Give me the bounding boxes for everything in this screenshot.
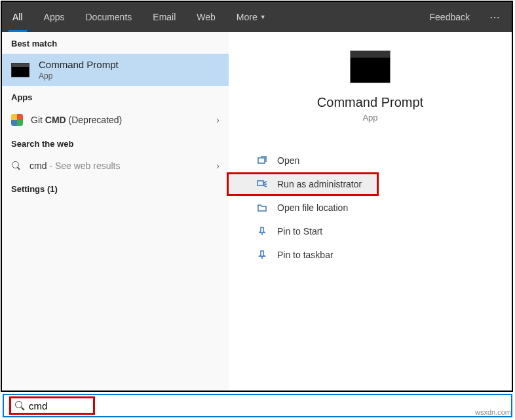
best-match-item[interactable]: Command Prompt App — [2, 54, 229, 86]
svg-rect-1 — [258, 181, 263, 185]
preview-pane: Command Prompt App Open Run as administr… — [229, 32, 512, 391]
feedback-link[interactable]: Feedback — [421, 2, 479, 32]
more-options-button[interactable]: ⋯ — [479, 2, 512, 32]
folder-icon — [256, 202, 268, 214]
tab-more[interactable]: More▼ — [226, 2, 277, 32]
apps-header: Apps — [2, 86, 229, 107]
action-label: Open file location — [277, 202, 348, 213]
search-window: All Apps Documents Email Web More▼ Feedb… — [1, 1, 513, 392]
search-highlight — [9, 396, 95, 415]
tab-all[interactable]: All — [2, 2, 33, 32]
action-label: Run as administrator — [277, 179, 362, 189]
action-pin-to-taskbar[interactable]: Pin to taskbar — [229, 243, 512, 267]
action-label: Pin to Start — [277, 226, 322, 237]
app-result-label: Git CMD (Deprecated) — [31, 115, 122, 125]
svg-rect-0 — [258, 158, 265, 163]
best-match-subtitle: App — [39, 71, 119, 81]
action-pin-to-start[interactable]: Pin to Start — [229, 220, 512, 243]
tab-more-label: More — [237, 12, 258, 22]
pin-icon — [256, 249, 268, 261]
best-match-header: Best match — [2, 32, 229, 54]
watermark: wsxdn.com — [475, 408, 511, 416]
web-result-label: cmd - See web results — [29, 161, 121, 171]
tab-web[interactable]: Web — [186, 2, 226, 32]
pin-icon — [256, 225, 268, 237]
action-label: Pin to taskbar — [277, 250, 334, 260]
best-match-title: Command Prompt — [39, 59, 119, 70]
action-open[interactable]: Open — [229, 149, 512, 172]
action-run-as-administrator[interactable]: Run as administrator — [227, 172, 379, 196]
command-prompt-icon — [11, 63, 29, 77]
preview-title: Command Prompt — [317, 95, 423, 110]
chevron-right-icon: › — [216, 161, 219, 171]
chevron-down-icon: ▼ — [260, 14, 266, 20]
search-bar[interactable] — [3, 394, 512, 417]
app-result-git-cmd[interactable]: Git CMD (Deprecated) › — [2, 107, 229, 132]
best-match-info: Command Prompt App — [39, 59, 119, 81]
web-result-cmd[interactable]: cmd - See web results › — [2, 154, 229, 178]
tab-email[interactable]: Email — [142, 2, 186, 32]
search-icon — [15, 401, 25, 411]
tab-apps[interactable]: Apps — [33, 2, 75, 32]
preview-subtitle: App — [362, 113, 377, 123]
action-open-file-location[interactable]: Open file location — [229, 196, 512, 220]
admin-icon — [256, 178, 268, 190]
search-input[interactable] — [29, 400, 68, 411]
search-icon — [11, 161, 22, 171]
command-prompt-icon — [350, 50, 391, 83]
git-icon — [11, 114, 23, 126]
filter-tabbar: All Apps Documents Email Web More▼ Feedb… — [2, 2, 512, 32]
open-icon — [256, 155, 268, 166]
chevron-right-icon: › — [216, 115, 219, 125]
action-label: Open — [277, 155, 299, 166]
results-body: Best match Command Prompt App Apps Git C… — [2, 32, 512, 391]
search-web-header: Search the web — [2, 132, 229, 154]
settings-header[interactable]: Settings (1) — [2, 178, 229, 199]
action-list: Open Run as administrator Open file loca… — [229, 149, 512, 267]
results-list: Best match Command Prompt App Apps Git C… — [2, 32, 229, 391]
tab-documents[interactable]: Documents — [75, 2, 142, 32]
